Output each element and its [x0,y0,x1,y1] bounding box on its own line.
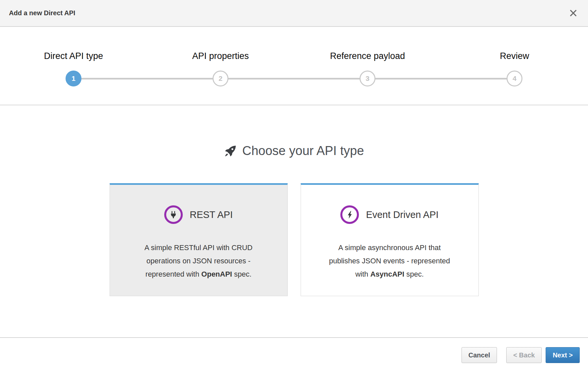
desc-text: spec. [232,270,252,278]
step-circle-4: 4 [507,71,522,86]
wizard-stepper: Direct API type 1 API properties 2 Refer… [0,27,588,105]
back-button[interactable]: < Back [506,347,542,363]
step-number: 1 [72,75,75,82]
step-label: Review [500,49,529,63]
wizard-step-api-properties[interactable]: API properties 2 [147,49,294,105]
plug-icon [169,211,177,219]
modal-title: Add a new Direct API [9,9,75,17]
content-heading: Choose your API type [0,144,588,158]
desc-text: spec. [404,270,424,278]
close-button[interactable] [567,7,579,19]
step-circle-1: 1 [66,71,81,86]
rest-api-icon-ring [164,205,183,224]
modal-footer: Cancel < Back Next > [0,337,588,371]
rest-api-card[interactable]: REST API A simple RESTful API with CRUD … [110,183,288,296]
rest-api-card-head: REST API [110,205,287,224]
next-button[interactable]: Next > [546,347,580,363]
close-icon [569,9,578,18]
api-type-cards: REST API A simple RESTful API with CRUD … [0,183,588,296]
event-driven-api-card[interactable]: Event Driven API A simple asynchronous A… [301,183,479,296]
cancel-button[interactable]: Cancel [462,347,497,363]
desc-spec-name: OpenAPI [201,270,232,278]
rocket-icon [224,145,237,157]
rest-api-card-title: REST API [190,209,233,220]
event-driven-api-card-title: Event Driven API [366,209,438,220]
desc-spec-name: AsyncAPI [370,270,404,278]
step-number: 3 [366,75,369,82]
step-circle-2: 2 [213,71,228,86]
step-label: API properties [192,49,249,63]
modal-header: Add a new Direct API [0,0,588,27]
event-driven-api-icon-ring [340,205,359,224]
bolt-icon [346,211,354,219]
content-heading-text: Choose your API type [242,144,364,158]
add-direct-api-modal: Add a new Direct API Direct API type 1 A… [0,0,588,371]
step-label: Reference payload [330,49,405,63]
rest-api-card-description: A simple RESTful API with CRUD operation… [131,241,266,281]
event-driven-api-card-head: Event Driven API [301,205,478,224]
step-label: Direct API type [44,49,103,63]
wizard-step-review[interactable]: Review 4 [441,49,588,105]
step-circle-3: 3 [360,71,375,86]
wizard-step-reference-payload[interactable]: Reference payload 3 [294,49,441,105]
step-number: 2 [219,75,222,82]
wizard-step-direct-api-type[interactable]: Direct API type 1 [0,49,147,105]
wizard-step-content: Choose your API type REST API A simple R… [0,105,588,337]
event-driven-api-card-description: A simple asynchronous API that publishes… [322,241,457,281]
step-number: 4 [513,75,516,82]
